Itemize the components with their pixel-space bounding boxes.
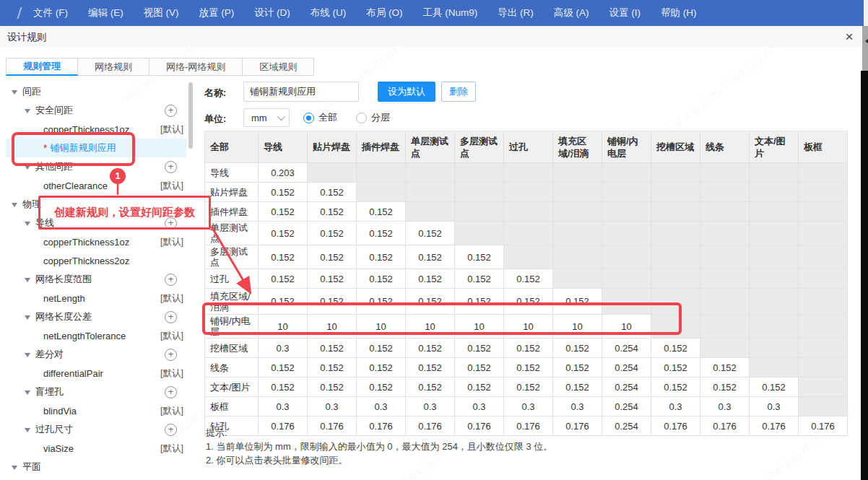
- caret-down-icon[interactable]: [12, 90, 17, 97]
- tree-item-16[interactable]: 盲埋孔+: [6, 383, 186, 401]
- menu-item-11[interactable]: 帮助 (H): [651, 0, 707, 26]
- matrix-cell-r12-c10[interactable]: 0.176: [750, 416, 799, 436]
- matrix-cell-r4-c1[interactable]: 0.152: [308, 245, 357, 269]
- caret-down-icon[interactable]: [25, 165, 30, 173]
- matrix-cell-r8-c1[interactable]: 0.152: [308, 339, 357, 358]
- add-rule-icon[interactable]: +: [165, 349, 177, 361]
- add-rule-icon[interactable]: +: [165, 311, 177, 323]
- matrix-cell-r11-c2[interactable]: 0.3: [357, 397, 406, 416]
- matrix-cell-r7-c5[interactable]: 10: [504, 315, 553, 339]
- caret-down-icon[interactable]: [25, 390, 30, 398]
- matrix-cell-r6-c3[interactable]: 0.152: [406, 289, 455, 315]
- tree-item-13[interactable]: netLengthTolerance[默认]: [6, 326, 186, 345]
- matrix-cell-r3-c3[interactable]: 0.152: [406, 222, 455, 245]
- tab-0[interactable]: 规则管理: [6, 58, 78, 76]
- matrix-cell-r11-c3[interactable]: 0.3: [406, 397, 455, 416]
- tree-item-14[interactable]: 差分对+: [6, 345, 186, 364]
- tree-item-17[interactable]: blindVia[默认]: [6, 401, 186, 420]
- matrix-cell-r10-c8[interactable]: 0.152: [651, 378, 700, 397]
- matrix-cell-r11-c6[interactable]: 0.3: [553, 397, 602, 416]
- matrix-cell-r7-c7[interactable]: 10: [602, 315, 651, 339]
- add-rule-icon[interactable]: +: [165, 161, 177, 173]
- tree-item-2[interactable]: copperThickness1oz[默认]: [6, 120, 186, 139]
- matrix-cell-r3-c2[interactable]: 0.152: [357, 222, 406, 245]
- matrix-cell-r9-c7[interactable]: 0.254: [602, 358, 651, 378]
- matrix-cell-r8-c0[interactable]: 0.3: [259, 339, 308, 358]
- caret-down-icon[interactable]: [25, 222, 30, 229]
- matrix-cell-r2-c0[interactable]: 0.152: [259, 202, 308, 222]
- tree-item-20[interactable]: 平面: [6, 458, 186, 476]
- matrix-cell-r0-c0[interactable]: 0.203: [259, 163, 308, 183]
- panel-collapse-icon[interactable]: [862, 38, 868, 45]
- matrix-cell-r12-c9[interactable]: 0.176: [700, 416, 750, 436]
- matrix-cell-r6-c1[interactable]: 0.152: [308, 289, 357, 315]
- tree-item-7[interactable]: 导线+: [6, 214, 186, 232]
- matrix-cell-r10-c1[interactable]: 0.152: [308, 378, 357, 397]
- matrix-cell-r3-c1[interactable]: 0.152: [308, 222, 357, 245]
- matrix-col-header-5[interactable]: 多层测试点: [455, 131, 504, 163]
- caret-down-icon[interactable]: [12, 466, 17, 473]
- tree-item-10[interactable]: 网络长度范围+: [6, 270, 186, 289]
- matrix-cell-r7-c3[interactable]: 10: [406, 315, 455, 339]
- matrix-cell-r1-c1[interactable]: 0.152: [308, 183, 357, 202]
- matrix-cell-r6-c0[interactable]: 0.152: [259, 289, 308, 315]
- menu-item-3[interactable]: 放置 (P): [189, 0, 245, 26]
- tree-item-3[interactable]: *铺铜新规则应用: [6, 139, 186, 157]
- tree-item-18[interactable]: 过孔尺寸+: [6, 420, 186, 439]
- matrix-col-header-12[interactable]: 板框: [799, 131, 848, 163]
- close-icon[interactable]: ×: [841, 29, 857, 45]
- matrix-cell-r9-c8[interactable]: 0.152: [651, 358, 700, 378]
- matrix-col-header-10[interactable]: 线条: [700, 131, 750, 163]
- matrix-cell-r5-c1[interactable]: 0.152: [308, 269, 357, 289]
- matrix-cell-r11-c5[interactable]: 0.3: [504, 397, 553, 416]
- menu-item-2[interactable]: 视图 (V): [134, 0, 189, 26]
- matrix-cell-r5-c3[interactable]: 0.152: [406, 269, 455, 289]
- matrix-cell-r11-c1[interactable]: 0.3: [308, 397, 357, 416]
- matrix-cell-r8-c3[interactable]: 0.152: [406, 339, 455, 358]
- matrix-cell-r8-c4[interactable]: 0.152: [455, 339, 504, 358]
- radio-option-1[interactable]: 分层: [356, 111, 390, 124]
- matrix-col-header-9[interactable]: 挖槽区域: [651, 131, 700, 163]
- matrix-col-header-7[interactable]: 填充区域/泪滴: [553, 131, 602, 163]
- radio-icon[interactable]: [303, 113, 314, 123]
- matrix-cell-r8-c8[interactable]: 0.152: [651, 339, 700, 358]
- matrix-cell-r2-c2[interactable]: 0.152: [357, 202, 406, 222]
- tree-item-19[interactable]: viaSize[默认]: [6, 439, 186, 458]
- matrix-col-header-2[interactable]: 贴片焊盘: [308, 131, 357, 163]
- matrix-cell-r5-c5[interactable]: 0.152: [504, 269, 553, 289]
- matrix-cell-r10-c6[interactable]: 0.152: [553, 378, 602, 397]
- matrix-cell-r10-c3[interactable]: 0.152: [406, 378, 455, 397]
- matrix-cell-r11-c8[interactable]: 0.3: [651, 397, 700, 416]
- matrix-cell-r9-c9[interactable]: 0.152: [700, 358, 750, 378]
- tab-2[interactable]: 网络-网络规则: [149, 58, 243, 76]
- caret-down-icon[interactable]: [25, 109, 30, 116]
- delete-button[interactable]: 删除: [441, 82, 476, 102]
- add-rule-icon[interactable]: +: [165, 386, 177, 398]
- matrix-cell-r9-c3[interactable]: 0.152: [406, 358, 455, 378]
- caret-down-icon[interactable]: [25, 278, 30, 285]
- matrix-cell-r10-c9[interactable]: 0.152: [700, 378, 750, 397]
- matrix-cell-r4-c4[interactable]: 0.152: [455, 245, 504, 269]
- matrix-cell-r10-c4[interactable]: 0.152: [455, 378, 504, 397]
- matrix-col-header-1[interactable]: 导线: [259, 131, 308, 163]
- matrix-cell-r5-c2[interactable]: 0.152: [357, 269, 406, 289]
- matrix-cell-r8-c6[interactable]: 0.152: [553, 339, 602, 358]
- radio-icon[interactable]: [356, 113, 367, 123]
- matrix-cell-r12-c8[interactable]: 0.176: [651, 416, 700, 436]
- tab-1[interactable]: 网络规则: [78, 58, 149, 76]
- menu-item-0[interactable]: 文件 (F): [23, 0, 78, 26]
- set-default-button[interactable]: 设为默认: [378, 82, 435, 102]
- matrix-cell-r6-c6[interactable]: 0.152: [553, 289, 602, 315]
- matrix-cell-r4-c0[interactable]: 0.152: [259, 245, 308, 269]
- matrix-cell-r9-c2[interactable]: 0.152: [357, 358, 406, 378]
- matrix-col-header-8[interactable]: 铺铜/内电层: [602, 131, 651, 163]
- matrix-cell-r7-c4[interactable]: 10: [455, 315, 504, 339]
- matrix-cell-r11-c4[interactable]: 0.3: [455, 397, 504, 416]
- matrix-cell-r6-c2[interactable]: 0.152: [357, 289, 406, 315]
- menu-item-10[interactable]: 设置 (I): [599, 0, 651, 26]
- matrix-cell-r7-c6[interactable]: 10: [553, 315, 602, 339]
- tab-3[interactable]: 区域规则: [243, 58, 314, 76]
- matrix-col-header-4[interactable]: 单层测试点: [406, 131, 455, 163]
- matrix-cell-r7-c2[interactable]: 10: [357, 315, 406, 339]
- matrix-cell-r10-c10[interactable]: 0.152: [750, 378, 799, 397]
